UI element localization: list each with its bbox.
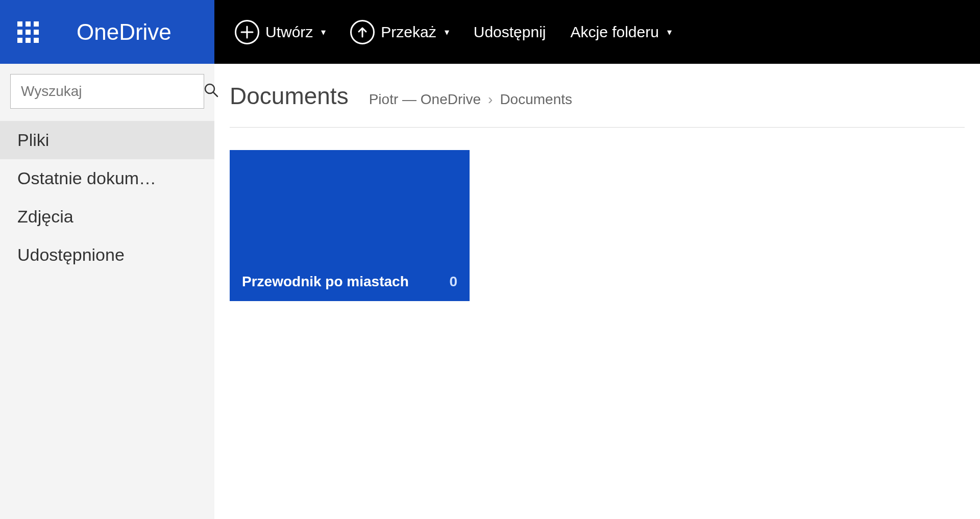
waffle-icon xyxy=(17,21,39,43)
upload-button[interactable]: Przekaż ▾ xyxy=(350,20,449,44)
folder-tile[interactable]: Przewodnik po miastach 0 xyxy=(230,150,470,301)
svg-rect-8 xyxy=(34,38,39,43)
sidebar-item-photos[interactable]: Zdjęcia xyxy=(0,197,214,236)
folder-actions-label: Akcje folderu xyxy=(570,23,658,41)
chevron-down-icon: ▾ xyxy=(321,27,326,38)
folder-tile-name: Przewodnik po miastach xyxy=(242,274,449,290)
svg-rect-4 xyxy=(26,30,31,35)
page-title: Documents xyxy=(230,82,349,110)
plus-icon xyxy=(235,20,259,44)
share-button[interactable]: Udostępnij xyxy=(474,23,546,41)
svg-rect-7 xyxy=(26,38,31,43)
main-content: Documents Piotr — OneDrive › Documents P… xyxy=(214,64,980,519)
search-box[interactable] xyxy=(10,74,204,109)
breadcrumb: Piotr — OneDrive › Documents xyxy=(369,91,572,108)
svg-rect-5 xyxy=(34,30,39,35)
svg-rect-0 xyxy=(17,21,22,27)
share-label: Udostępnij xyxy=(474,23,546,41)
sidebar: Pliki Ostatnie dokum… Zdjęcia Udostępnio… xyxy=(0,64,214,519)
folder-tile-count: 0 xyxy=(449,274,457,290)
upload-icon xyxy=(350,20,375,44)
divider xyxy=(230,127,965,128)
breadcrumb-root[interactable]: Piotr — OneDrive xyxy=(369,91,481,108)
chevron-right-icon: › xyxy=(488,91,493,108)
chevron-down-icon: ▾ xyxy=(667,27,672,38)
sidebar-item-files[interactable]: Pliki xyxy=(0,121,214,159)
search-input[interactable] xyxy=(21,83,204,100)
upload-label: Przekaż xyxy=(381,23,436,41)
create-button[interactable]: Utwórz ▾ xyxy=(235,20,326,44)
svg-rect-6 xyxy=(17,38,22,43)
create-label: Utwórz xyxy=(265,23,313,41)
app-launcher-button[interactable] xyxy=(0,0,56,64)
sidebar-item-recent[interactable]: Ostatnie dokum… xyxy=(0,159,214,197)
breadcrumb-current: Documents xyxy=(500,91,572,108)
svg-rect-3 xyxy=(17,30,22,35)
chevron-down-icon: ▾ xyxy=(445,27,449,38)
folder-actions-button[interactable]: Akcje folderu ▾ xyxy=(570,23,671,41)
app-title[interactable]: OneDrive xyxy=(56,0,214,64)
body: Pliki Ostatnie dokum… Zdjęcia Udostępnio… xyxy=(0,64,980,519)
header-left: OneDrive xyxy=(0,0,214,64)
svg-rect-1 xyxy=(26,21,31,27)
title-row: Documents Piotr — OneDrive › Documents xyxy=(230,82,965,110)
toolbar: Utwórz ▾ Przekaż ▾ Udostępnij Akcje fold… xyxy=(214,0,980,64)
svg-rect-2 xyxy=(34,21,39,27)
sidebar-nav: Pliki Ostatnie dokum… Zdjęcia Udostępnio… xyxy=(0,121,214,274)
sidebar-item-shared[interactable]: Udostępnione xyxy=(0,236,214,274)
header-bar: OneDrive Utwórz ▾ Przekaż ▾ Udostępnij A… xyxy=(0,0,980,64)
